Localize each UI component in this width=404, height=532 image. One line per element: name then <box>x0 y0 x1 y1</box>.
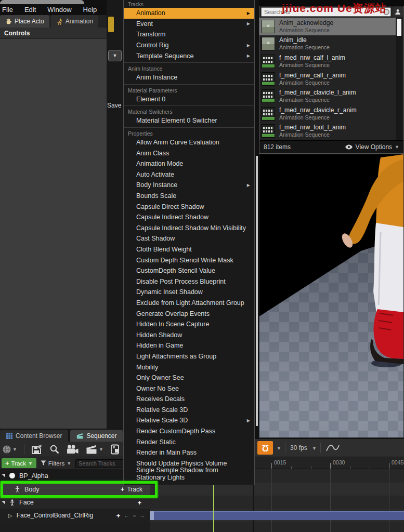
menu-item-label: Exclude from Light Attachment Group <box>136 299 244 307</box>
property-menu-item[interactable]: Capsule Indirect Shadow Min Visibility ▶ <box>124 223 254 234</box>
menu-window[interactable]: Window <box>47 6 71 14</box>
filters-button[interactable]: Filters ▼ <box>41 460 71 467</box>
property-menu-item[interactable]: Light Attachments as Group ▶ <box>124 351 254 362</box>
property-menu-item[interactable]: Cast Shadow ▶ <box>124 233 254 244</box>
background-panel-strip: ▼ Save <box>107 0 123 429</box>
menu-item-label: Relative Scale 3D <box>136 406 188 414</box>
property-menu-item[interactable]: Single Sample Shadow from Stationary Lig… <box>124 469 254 480</box>
chevron-down-icon: ▼ <box>99 447 103 452</box>
menu-item-label: Hidden In Scene Capture <box>136 321 209 328</box>
menu-item[interactable]: Event ▶ <box>124 19 254 30</box>
plus-icon[interactable]: + <box>137 499 150 507</box>
property-menu-item[interactable]: Body Instance ▶ <box>124 180 254 191</box>
property-menu-item[interactable]: Animation Mode ▶ <box>124 158 254 169</box>
property-menu-item[interactable]: Bounds Scale ▶ <box>124 191 254 202</box>
menu-item-label: Generate Overlap Events <box>136 310 210 317</box>
property-menu-item[interactable]: Cloth Blend Weight ▶ <box>124 244 254 255</box>
asset-row[interactable]: Anim_acknowledge Animation Sequence <box>259 18 397 35</box>
property-menu-item[interactable]: Only Owner See ▶ <box>124 373 254 383</box>
section-edge-handle[interactable] <box>150 511 154 520</box>
camera-icon[interactable] <box>67 445 79 454</box>
menu-edit[interactable]: Edit <box>24 6 36 14</box>
asset-thumbnail <box>262 124 275 138</box>
asset-row[interactable]: f_med_nrw_clavicle_r_anim Animation Sequ… <box>259 105 397 123</box>
expander-icon[interactable] <box>2 501 5 504</box>
tab-place-actors[interactable]: Place Acto <box>0 15 49 28</box>
world-selector-button[interactable]: ▼ <box>2 445 17 454</box>
curve-editor-icon[interactable] <box>325 443 340 453</box>
menu-item[interactable]: Element 0 ▶ <box>124 94 254 105</box>
property-menu-item[interactable]: Custom Depth Stencil Write Mask ▶ <box>124 255 254 265</box>
property-menu-item[interactable]: Dynamic Inset Shadow ▶ <box>124 287 254 298</box>
chevron-down-icon[interactable]: ▼ <box>277 446 281 451</box>
property-menu-item[interactable]: Auto Activate ▶ <box>124 169 254 180</box>
property-menu-item[interactable]: Render in Main Pass ▶ <box>124 447 254 458</box>
asset-thumbnail <box>262 89 275 103</box>
expander-icon[interactable]: ▷ <box>8 513 12 518</box>
anim-instance-items: Anim Instance ▶ <box>124 72 254 83</box>
property-menu-item[interactable]: Exclude from Light Attachment Group ▶ <box>124 298 254 309</box>
render-movie-icon[interactable] <box>110 444 121 455</box>
track-row-ctrlrig[interactable]: ▷ Face_ControlBoard_CtrlRig + ← ○ → <box>0 509 150 522</box>
tab-content-browser[interactable]: Content Browser <box>0 430 68 442</box>
property-menu-item[interactable]: Hidden In Scene Capture ▶ <box>124 319 254 330</box>
asset-row[interactable]: f_med_nrw_foot_l_anim Animation Sequence <box>259 123 397 140</box>
menu-item[interactable]: Template Sequence ▶ <box>124 50 254 61</box>
material-switcher-items: Material Element 0 Switcher ▶ <box>124 115 254 126</box>
tab-animation[interactable]: Animation <box>51 15 98 28</box>
asset-scrollbar[interactable] <box>396 18 402 141</box>
property-menu-item[interactable]: Render Static ▶ <box>124 436 254 447</box>
keyframe-nav-icons[interactable]: ← ○ → <box>124 513 146 518</box>
add-track-button[interactable]: + Track ▼ <box>2 458 36 468</box>
ctrlrig-section-bar[interactable] <box>150 511 404 520</box>
property-menu-item[interactable]: Generate Overlap Events ▶ <box>124 308 254 319</box>
menu-item[interactable]: Animation ▶ <box>124 8 254 19</box>
asset-row[interactable]: f_med_nrw_calf_l_anim Animation Sequence <box>259 52 397 70</box>
dropdown-chip[interactable]: ▼ <box>108 50 122 61</box>
menu-file[interactable]: File <box>2 6 13 14</box>
add-track-context-menu: Tracks Animation ▶ Event ▶ Transform ▶ <box>123 0 255 485</box>
menu-item[interactable]: Control Rig ▶ <box>124 40 254 51</box>
asset-name: f_med_nrw_clavicle_l_anim <box>279 89 356 97</box>
property-menu-item[interactable]: CustomDepth Stencil Value ▶ <box>124 265 254 276</box>
menu-item[interactable]: Transform ▶ <box>124 29 254 40</box>
view-options-button[interactable]: View Options ▼ <box>345 143 399 151</box>
person-button[interactable] <box>393 7 403 17</box>
fps-selector[interactable]: 30 fps <box>290 444 307 451</box>
expander-icon[interactable] <box>2 474 5 477</box>
property-menu-item[interactable]: Hidden in Game ▶ <box>124 340 254 351</box>
panel-scrollbar[interactable] <box>256 156 258 426</box>
menu-item-label: Render CustomDepth Pass <box>136 428 215 435</box>
asset-row[interactable]: Anim_idle Animation Sequence <box>259 35 397 53</box>
asset-row[interactable]: f_med_nrw_calf_r_anim Animation Sequence <box>259 70 397 88</box>
property-menu-item[interactable]: Owner No See ▶ <box>124 383 254 394</box>
save-icon[interactable] <box>31 444 43 455</box>
property-menu-item[interactable]: Disable Post Process Blueprint ▶ <box>124 276 254 287</box>
menu-item[interactable]: Material Element 0 Switcher ▶ <box>124 115 254 126</box>
property-menu-item[interactable]: Anim Class ▶ <box>124 148 254 158</box>
animation-asset-picker: Anim_acknowledge Animation Sequence Anim… <box>259 0 404 154</box>
property-menu-item[interactable]: Receives Decals ▶ <box>124 394 254 405</box>
property-menu-item[interactable]: Capsule Direct Shadow ▶ <box>124 201 254 212</box>
property-menu-item[interactable]: Mobility ▶ <box>124 362 254 373</box>
tab-sequencer[interactable]: Sequencer <box>70 430 123 442</box>
person-icon <box>395 9 401 15</box>
track-row-face[interactable]: Face + <box>0 496 150 509</box>
scrollbar-thumb[interactable] <box>397 19 401 36</box>
timeline-ruler[interactable]: 0015 0030 0045 <box>255 457 404 469</box>
menu-help[interactable]: Help <box>83 6 97 14</box>
menu-item[interactable]: Anim Instance ▶ <box>124 72 254 83</box>
snap-magnet-button[interactable]: Ω <box>257 441 273 455</box>
property-menu-item[interactable]: Render CustomDepth Pass ▶ <box>124 426 254 437</box>
asset-row[interactable]: f_med_nrw_clavicle_l_anim Animation Sequ… <box>259 87 397 105</box>
property-menu-item[interactable]: Capsule Indirect Shadow ▶ <box>124 212 254 223</box>
plus-icon[interactable]: + <box>116 512 121 520</box>
property-menu-item[interactable]: Hidden Shadow ▶ <box>124 329 254 340</box>
property-menu-item[interactable]: Allow Anim Curve Evaluation ▶ <box>124 137 254 148</box>
clapper-button[interactable]: ▼ <box>86 444 103 454</box>
3d-viewport[interactable] <box>259 154 404 438</box>
property-menu-item[interactable]: Relative Scale 3D ▶ <box>124 415 254 426</box>
chevron-down-icon[interactable]: ▼ <box>312 446 317 451</box>
search-icon[interactable] <box>49 444 60 455</box>
property-menu-item[interactable]: Relative Scale 3D ▶ <box>124 405 254 416</box>
